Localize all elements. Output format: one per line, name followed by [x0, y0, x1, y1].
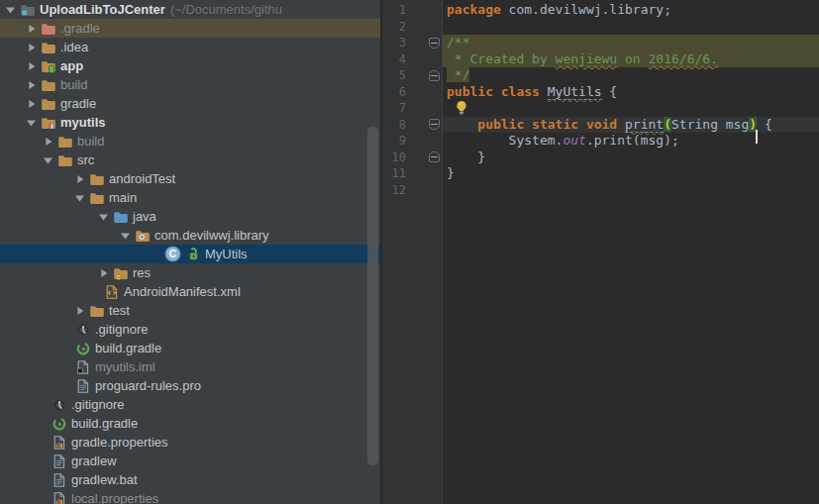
line-number: 8: [382, 117, 406, 134]
folder-icon: [40, 75, 57, 94]
folder-res-icon: [112, 263, 130, 282]
code-line-7[interactable]: [443, 100, 819, 117]
code-token: /**: [447, 35, 469, 50]
code-token: (: [664, 117, 671, 132]
tree-row-test[interactable]: test: [0, 301, 380, 320]
tree-row-src[interactable]: src: [0, 151, 380, 169]
tree-row-java[interactable]: java: [0, 207, 380, 226]
chevron-collapsed-icon[interactable]: [40, 132, 56, 151]
tree-item-label: UploadLibToJCenter: [40, 2, 165, 17]
tree-row-local-properties[interactable]: local.properties: [0, 489, 380, 504]
tree-item-label: test: [109, 303, 130, 318]
tree-item-label: com.devilwwj.library: [154, 228, 269, 243]
chevron-collapsed-icon[interactable]: [71, 169, 88, 188]
line-number: 1: [382, 2, 406, 19]
chevron-collapsed-icon[interactable]: [23, 38, 40, 56]
code-line-2[interactable]: [443, 19, 819, 36]
code-line-6[interactable]: public class MyUtils {: [443, 84, 819, 101]
line-number: 11: [382, 165, 406, 182]
tree-row-gitignore[interactable]: .gitignore: [0, 395, 380, 414]
code-line-1[interactable]: package com.devilwwj.library;: [443, 2, 819, 19]
code-line-4[interactable]: * Created by wenjiewu on 2016/6/6.: [443, 51, 819, 68]
folder-icon: [88, 301, 106, 320]
tree-scrollbar-thumb[interactable]: [367, 127, 378, 465]
tree-row-myutils[interactable]: CMyUtils: [0, 245, 380, 263]
line-number: 3: [382, 35, 406, 51]
editor-gutter[interactable]: 123456789101112: [382, 0, 443, 504]
project-tree-panel[interactable]: UploadLibToJCenter (~/Documents/githu.gr…: [0, 0, 382, 504]
code-line-3[interactable]: /**: [443, 35, 819, 51]
chevron-expanded-icon[interactable]: [117, 226, 134, 245]
chevron-expanded-icon[interactable]: [40, 151, 56, 169]
code-line-9[interactable]: System.out.print(msg);: [443, 133, 819, 150]
tree-row-gradle[interactable]: gradle: [0, 94, 380, 113]
code-token: print: [625, 117, 664, 133]
fold-marker-icon[interactable]: [429, 38, 440, 49]
file-text-icon: [74, 376, 92, 395]
chevron-collapsed-icon[interactable]: [23, 56, 40, 75]
code-token: }: [447, 165, 455, 180]
tree-row-main[interactable]: main: [0, 188, 380, 207]
tree-row-gradle-properties[interactable]: gradle.properties: [0, 433, 380, 452]
tree-row-gradle[interactable]: .gradle: [0, 19, 380, 38]
tree-row-res[interactable]: res: [0, 263, 380, 282]
tree-item-label: build: [60, 77, 87, 92]
code-line-8[interactable]: public static void print(String msg) {: [443, 117, 819, 134]
code-line-11[interactable]: }: [443, 165, 819, 182]
tree-row-build[interactable]: build: [0, 75, 380, 94]
code-token: public static void: [477, 117, 617, 132]
tree-row-com-devilwwj-library[interactable]: com.devilwwj.library: [0, 226, 380, 245]
fold-marker-icon[interactable]: [429, 70, 440, 81]
chevron-collapsed-icon[interactable]: [23, 75, 40, 94]
tree-item-label: myutils: [60, 115, 106, 130]
chevron-expanded-icon[interactable]: [71, 188, 88, 207]
code-token: package: [447, 2, 501, 17]
tree-item-label: build.gradle: [71, 416, 138, 431]
chevron-collapsed-icon[interactable]: [23, 19, 40, 38]
tree-row-gradlew-bat[interactable]: gradlew.bat: [0, 470, 380, 489]
chevron-expanded-icon[interactable]: [23, 113, 40, 132]
tree-item-label: .gitignore: [71, 397, 124, 412]
tree-row-androidmanifest-xml[interactable]: AndroidManifest.xml: [0, 282, 380, 301]
tree-row-myutils-iml[interactable]: myutils.iml: [0, 357, 380, 376]
tree-row-build-gradle[interactable]: build.gradle: [0, 414, 380, 433]
file-text-icon: [51, 470, 68, 489]
tree-item-label: gradle: [60, 96, 96, 111]
file-git-icon: [74, 320, 92, 339]
code-line-12[interactable]: [443, 182, 819, 199]
fold-marker-icon[interactable]: [429, 119, 440, 130]
code-token: [617, 117, 625, 132]
file-iml-icon: [74, 357, 92, 376]
code-token: }: [447, 150, 485, 164]
fold-marker-icon[interactable]: [429, 151, 440, 162]
tree-row-gradlew[interactable]: gradlew: [0, 452, 380, 470]
code-token: 2016/6/6.: [649, 51, 718, 66]
tree-item-label: AndroidManifest.xml: [124, 284, 241, 299]
chevron-collapsed-icon[interactable]: [95, 263, 112, 282]
code-editor[interactable]: 123456789101112 package com.devilwwj.lib…: [382, 0, 819, 504]
chevron-collapsed-icon[interactable]: [23, 94, 40, 113]
tree-row-uploadlibtojcenter[interactable]: UploadLibToJCenter (~/Documents/githu: [0, 0, 380, 19]
code-line-5[interactable]: */: [443, 67, 819, 84]
file-text-icon: [51, 452, 68, 470]
chevron-expanded-icon[interactable]: [95, 207, 112, 226]
tree-row-proguard-rules-pro[interactable]: proguard-rules.pro: [0, 376, 380, 395]
tree-row-gitignore[interactable]: .gitignore: [0, 320, 380, 339]
tree-row-app[interactable]: app: [0, 56, 380, 75]
code-area[interactable]: package com.devilwwj.library;/** * Creat…: [443, 0, 819, 504]
tree-row-myutils[interactable]: myutils: [0, 113, 380, 132]
lock-icon: [184, 245, 202, 263]
tree-item-label: gradle.properties: [71, 435, 168, 450]
tree-row-idea[interactable]: .idea: [0, 38, 380, 56]
chevron-collapsed-icon[interactable]: [71, 301, 88, 320]
code-token: MyUtils: [548, 84, 602, 100]
folder-excluded-icon: [40, 19, 57, 38]
chevron-expanded-icon[interactable]: [2, 0, 19, 19]
tree-row-build-gradle[interactable]: build.gradle: [0, 339, 380, 357]
code-token: String msg: [671, 117, 749, 132]
tree-row-build[interactable]: build: [0, 132, 380, 151]
line-number: 2: [382, 19, 406, 36]
intention-lightbulb-icon[interactable]: [455, 100, 468, 122]
code-line-10[interactable]: }: [443, 150, 819, 166]
tree-row-androidtest[interactable]: androidTest: [0, 169, 380, 188]
